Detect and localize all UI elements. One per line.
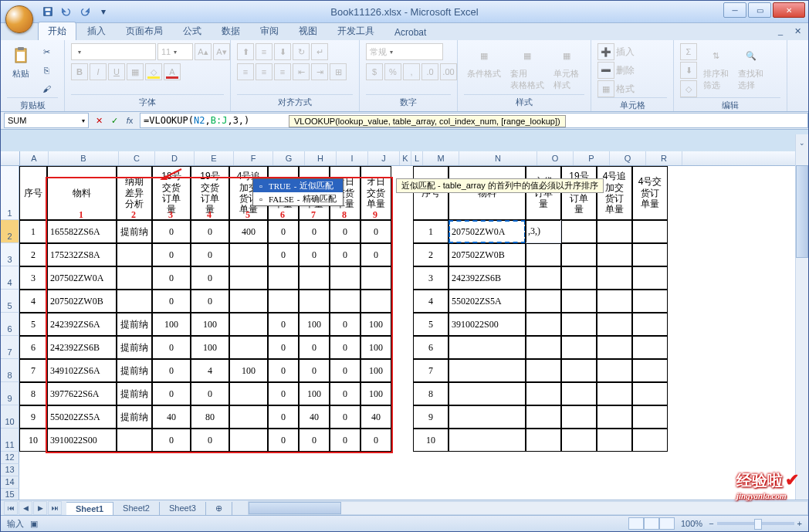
delete-cells-icon[interactable]: ➖ [597,62,614,79]
border-icon[interactable]: ▦ [127,63,144,80]
cell-D10[interactable]: 40 [152,405,191,429]
cell-D4[interactable]: 0 [152,266,191,290]
cell-R10[interactable] [632,405,668,429]
cell-R1[interactable]: 4号交货订单量 [632,166,668,220]
horizontal-scrollbar[interactable] [248,501,808,515]
cell-J11[interactable]: 0 [360,429,391,452]
fx-icon[interactable]: fx [123,114,137,127]
insert-cells-icon[interactable]: ➕ [597,43,614,60]
cell-B7[interactable]: 242392ZS6B [47,336,117,359]
undo-icon[interactable] [59,5,73,19]
cell-F9[interactable] [229,382,268,405]
cell-J5[interactable] [360,290,391,313]
cell-C10[interactable]: 提前纳 [117,405,152,429]
cell-H10[interactable]: 40 [299,405,330,429]
tab-页面布局[interactable]: 页面布局 [117,22,172,40]
cell-Q10[interactable] [597,405,632,429]
cell-C9[interactable]: 提前纳 [117,382,152,405]
page-break-view-icon[interactable] [659,517,675,530]
col-header-K[interactable]: K [400,151,411,165]
cell-P8[interactable] [561,359,597,382]
cell-N3[interactable]: 207502ZW0B [449,243,526,266]
cell-G11[interactable]: 0 [268,429,299,452]
cell-D8[interactable]: 0 [152,359,191,382]
row-header-15[interactable]: 15 [1,489,19,500]
cell-D3[interactable]: 0 [152,243,191,266]
decrease-indent-icon[interactable]: ⇤ [293,63,310,80]
cell-P3[interactable] [561,243,597,266]
cell-A10[interactable]: 9 [19,405,47,429]
vertical-scrollbar[interactable] [795,151,808,500]
row-header-7[interactable]: 7 [1,336,19,359]
col-header-J[interactable]: J [368,151,400,165]
orientation-icon[interactable]: ↻ [293,43,310,60]
cell-R4[interactable] [632,266,668,290]
cell-A7[interactable]: 6 [19,336,47,359]
cancel-formula-icon[interactable]: ✕ [92,114,106,127]
col-header-I[interactable]: I [337,151,368,165]
cell-B8[interactable]: 349102ZS6A [47,359,117,382]
cell-F6[interactable] [229,313,268,336]
conditional-format-button[interactable]: ▦条件格式 [464,43,504,81]
ribbon-minimize-icon[interactable]: _ [774,25,787,37]
cell-C5[interactable] [117,290,152,313]
cell-F7[interactable] [229,336,268,359]
cell-O10[interactable] [526,405,561,429]
cell-B4[interactable]: 207502ZW0A [47,266,117,290]
sheet-next-icon[interactable]: ▶ [33,501,47,515]
cell-P5[interactable] [561,290,597,313]
cell-D7[interactable]: 0 [152,336,191,359]
cell-D5[interactable]: 0 [152,290,191,313]
fill-color-icon[interactable]: ◇ [145,63,162,80]
copy-icon[interactable]: ⎘ [38,62,55,79]
cell-N10[interactable] [449,405,526,429]
cell-P10[interactable] [561,405,597,429]
cell-O5[interactable] [526,290,561,313]
align-bottom-icon[interactable]: ⬇ [274,43,291,60]
tab-公式[interactable]: 公式 [174,22,211,40]
cell-Q9[interactable] [597,382,632,405]
col-header-P[interactable]: P [574,151,610,165]
cell-H6[interactable]: 100 [299,313,330,336]
row-header-6[interactable]: 6 [1,313,19,336]
formula-bar-expand-icon[interactable]: ⌄ [795,134,808,151]
cell-E5[interactable]: 0 [191,290,229,313]
cell-H3[interactable]: 0 [299,243,330,266]
cell-H8[interactable]: 0 [299,359,330,382]
vscroll-thumb[interactable] [796,165,808,258]
align-top-icon[interactable]: ⬆ [237,43,254,60]
number-format-combo[interactable]: 常规▾ [366,43,443,60]
cell-M4[interactable]: 3 [413,266,449,290]
cell-Q6[interactable] [597,313,632,336]
col-header-A[interactable]: A [20,151,49,165]
wrap-text-icon[interactable]: ↵ [311,43,328,60]
tab-开发工具[interactable]: 开发工具 [328,22,384,40]
cell-M5[interactable]: 4 [413,290,449,313]
font-color-icon[interactable]: A [164,63,181,80]
cell-C7[interactable]: 提前纳 [117,336,152,359]
cell-G2[interactable]: 0 [268,220,299,243]
cell-G8[interactable]: 0 [268,359,299,382]
cell-Q11[interactable] [597,429,632,452]
cell-O1[interactable]: 交货订单量 [526,166,561,220]
cell-J9[interactable]: 100 [360,382,391,405]
cell-R2[interactable] [632,220,668,243]
page-layout-view-icon[interactable] [644,517,659,530]
sheet-tab-Sheet3[interactable]: Sheet3 [160,502,206,515]
autocomplete-option-TRUE[interactable]: ▫TRUE - 近似匹配 [253,179,343,192]
cell-N11[interactable] [449,429,526,452]
tab-Acrobat[interactable]: Acrobat [385,25,435,40]
col-header-H[interactable]: H [305,151,337,165]
office-button[interactable] [5,5,33,33]
row-header-2[interactable]: 2 [1,220,19,243]
cell-Q7[interactable] [597,336,632,359]
cell-E8[interactable]: 4 [191,359,229,382]
cell-D6[interactable]: 100 [152,313,191,336]
cell-area[interactable]: 序号物料纳期差异分析18号交货订单量19号交货订单量4号追加交货订单量オ日交货单… [19,166,808,500]
cell-A11[interactable]: 10 [19,429,47,452]
name-box[interactable]: SUM▾ [4,113,89,128]
cell-A1[interactable]: 序号 [19,166,47,220]
cell-R8[interactable] [632,359,668,382]
row-header-11[interactable]: 11 [1,429,19,452]
format-cells-icon[interactable]: ▦ [597,80,614,97]
